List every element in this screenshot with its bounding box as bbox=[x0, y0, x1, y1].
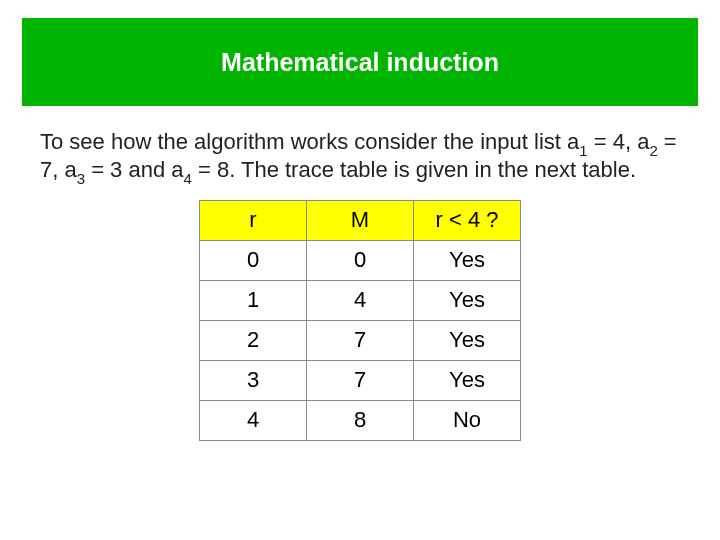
cell-r: 2 bbox=[200, 320, 307, 360]
trace-table: r M r < 4 ? 0 0 Yes 1 4 Yes 2 7 Yes 3 7 … bbox=[199, 200, 521, 441]
cell-m: 7 bbox=[307, 320, 414, 360]
col-header-r: r bbox=[200, 200, 307, 240]
cell-r: 0 bbox=[200, 240, 307, 280]
cell-cond: Yes bbox=[414, 240, 521, 280]
col-header-m: M bbox=[307, 200, 414, 240]
para-text-3: = 3 and a bbox=[85, 157, 183, 182]
cell-cond: Yes bbox=[414, 280, 521, 320]
table-header-row: r M r < 4 ? bbox=[200, 200, 521, 240]
cell-m: 0 bbox=[307, 240, 414, 280]
para-text-0: To see how the algorithm works consider … bbox=[40, 129, 579, 154]
table-row: 1 4 Yes bbox=[200, 280, 521, 320]
cell-cond: Yes bbox=[414, 360, 521, 400]
para-text-1: = 4, a bbox=[588, 129, 650, 154]
cell-cond: Yes bbox=[414, 320, 521, 360]
para-text-4: = 8. The trace table is given in the nex… bbox=[192, 157, 636, 182]
sub-4: 4 bbox=[184, 170, 192, 187]
cell-cond: No bbox=[414, 400, 521, 440]
body-paragraph: To see how the algorithm works consider … bbox=[40, 130, 680, 186]
cell-m: 8 bbox=[307, 400, 414, 440]
cell-r: 3 bbox=[200, 360, 307, 400]
table-row: 4 8 No bbox=[200, 400, 521, 440]
sub-2: 2 bbox=[649, 142, 657, 159]
col-header-cond: r < 4 ? bbox=[414, 200, 521, 240]
title-banner: Mathematical induction bbox=[22, 18, 698, 106]
sub-1: 1 bbox=[579, 142, 587, 159]
slide-title: Mathematical induction bbox=[221, 48, 499, 77]
table-row: 0 0 Yes bbox=[200, 240, 521, 280]
table-row: 3 7 Yes bbox=[200, 360, 521, 400]
cell-r: 1 bbox=[200, 280, 307, 320]
cell-m: 4 bbox=[307, 280, 414, 320]
cell-m: 7 bbox=[307, 360, 414, 400]
cell-r: 4 bbox=[200, 400, 307, 440]
sub-3: 3 bbox=[77, 170, 85, 187]
table-row: 2 7 Yes bbox=[200, 320, 521, 360]
